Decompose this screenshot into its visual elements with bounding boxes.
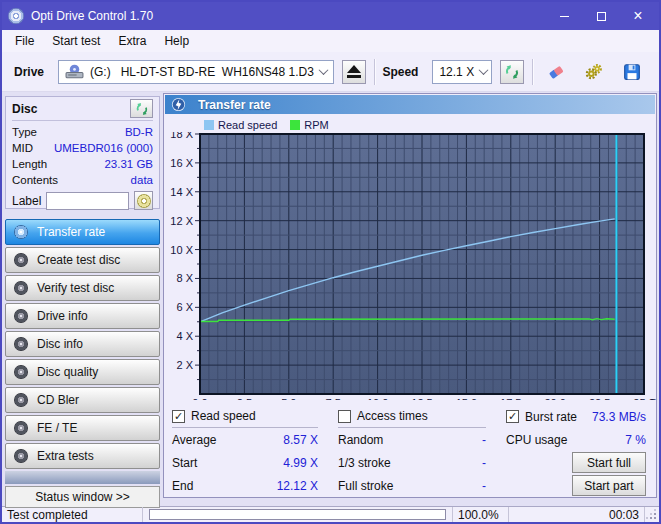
- disc-icon: [14, 225, 28, 239]
- panel-header: Transfer rate: [165, 95, 655, 114]
- app-disc-icon: [8, 8, 24, 24]
- gold-disc-icon: [137, 194, 151, 208]
- speed-value: 12.1 X: [439, 65, 474, 79]
- chevron-down-icon: [479, 65, 489, 75]
- start-row: Start4.99 X: [172, 451, 318, 474]
- app-window: Opti Drive Control 1.70 File Start test …: [0, 0, 661, 524]
- panel-title: Transfer rate: [198, 98, 271, 112]
- access-times-checkbox[interactable]: [338, 410, 351, 423]
- read-speed-toggle-cell: Read speed: [172, 405, 318, 428]
- disc-label-row: Label: [12, 191, 153, 210]
- elapsed-time: 00:03: [509, 507, 645, 522]
- sidebar-item-fe-te[interactable]: FE / TE: [5, 415, 160, 441]
- maximize-button[interactable]: [586, 5, 616, 27]
- transfer-rate-panel: Transfer rate Read speed RPM: [163, 93, 657, 498]
- save-button[interactable]: [617, 58, 647, 86]
- legend-rpm: RPM: [290, 119, 328, 131]
- sidebar-item-create-test-disc[interactable]: Create test disc: [5, 247, 160, 273]
- sidebar-item-disc-info[interactable]: Disc info: [5, 331, 160, 357]
- refresh-speed-button[interactable]: [500, 60, 524, 84]
- save-floppy-icon: [623, 61, 641, 83]
- minimize-icon: [560, 16, 569, 17]
- access-times-toggle-cell: Access times: [338, 405, 486, 428]
- svg-text:12 X: 12 X: [170, 214, 193, 226]
- full-stroke-row: Full stroke-: [338, 474, 486, 497]
- menu-bar: File Start test Extra Help: [2, 30, 659, 52]
- status-window-button[interactable]: Status window >>: [5, 486, 160, 508]
- erase-disc-button[interactable]: [541, 58, 571, 86]
- close-button[interactable]: [623, 5, 653, 27]
- sidebar: Transfer rate Create test disc Verify te…: [2, 219, 163, 508]
- drive-select[interactable]: (G:) HL-DT-ST BD-RE WH16NS48 1.D3: [58, 60, 334, 84]
- cpu-usage-row: CPU usage7 %: [506, 428, 646, 451]
- menu-help[interactable]: Help: [155, 32, 198, 50]
- refresh-arrows-icon: [135, 102, 149, 116]
- chart-legend: Read speed RPM: [164, 115, 656, 132]
- progress-percent: 100.0%: [453, 507, 509, 522]
- left-panel: Disc Type BD-R MI: [2, 92, 163, 506]
- drive-label: Drive: [14, 65, 44, 79]
- sidebar-item-disc-quality[interactable]: Disc quality: [5, 359, 160, 385]
- status-text: Test completed: [2, 507, 143, 522]
- svg-text:10 X: 10 X: [170, 243, 193, 255]
- svg-text:8 X: 8 X: [176, 272, 193, 284]
- disc-icon: [14, 281, 28, 295]
- disc-icon: [14, 421, 28, 435]
- speed-select[interactable]: 12.1 X: [432, 60, 492, 84]
- read-speed-swatch: [204, 120, 214, 130]
- maximize-icon: [597, 12, 606, 21]
- read-speed-checkbox[interactable]: [172, 410, 185, 423]
- disc-icon: [14, 449, 28, 463]
- svg-text:2 X: 2 X: [176, 359, 193, 371]
- menu-extra[interactable]: Extra: [109, 32, 155, 50]
- start-full-button[interactable]: Start full: [572, 452, 646, 473]
- disc-field-contents: Contents data: [12, 172, 153, 188]
- menu-start-test[interactable]: Start test: [43, 32, 109, 50]
- burst-rate-toggle-cell: Burst rate 73.3 MB/s: [506, 405, 646, 428]
- refresh-disc-button[interactable]: [130, 99, 153, 118]
- svg-text:14 X: 14 X: [170, 186, 193, 198]
- settings-button[interactable]: [579, 58, 609, 86]
- progress-section: [143, 507, 453, 522]
- eject-button[interactable]: [342, 60, 366, 84]
- speed-label: Speed: [382, 65, 418, 79]
- start-full-cell: Start full: [506, 451, 646, 474]
- average-row: Average8.57 X: [172, 428, 318, 451]
- svg-text:6 X: 6 X: [176, 301, 193, 313]
- disc-icon: [14, 393, 28, 407]
- svg-text:16 X: 16 X: [170, 157, 193, 169]
- main-area: Disc Type BD-R MI: [2, 92, 659, 506]
- sidebar-item-drive-info[interactable]: Drive info: [5, 303, 160, 329]
- chevron-down-icon: [318, 65, 328, 75]
- disc-icon: [14, 365, 28, 379]
- rpm-swatch: [290, 120, 300, 130]
- disc-info-panel: Disc Type BD-R MI: [5, 96, 160, 209]
- disc-field-mid: MID UMEBDR016 (000): [12, 140, 153, 156]
- disc-icon: [14, 337, 28, 351]
- resize-grip-icon[interactable]: [645, 507, 659, 522]
- transfer-rate-disc-icon: [171, 97, 186, 112]
- disc-panel-title: Disc: [12, 102, 37, 116]
- drive-icon: [65, 64, 84, 79]
- third-stroke-row: 1/3 stroke-: [338, 451, 486, 474]
- window-title: Opti Drive Control 1.70: [31, 9, 542, 23]
- toolbar-separator: [374, 59, 375, 85]
- minimize-button[interactable]: [549, 5, 579, 27]
- disc-icon: [14, 309, 28, 323]
- start-part-cell: Start part: [506, 474, 646, 497]
- progress-bar: [149, 509, 446, 520]
- sidebar-item-transfer-rate[interactable]: Transfer rate: [5, 219, 160, 245]
- refresh-arrows-icon: [504, 64, 520, 80]
- burst-rate-value: 73.3 MB/s: [592, 410, 646, 424]
- disc-label-input[interactable]: [46, 192, 129, 210]
- sidebar-item-verify-test-disc[interactable]: Verify test disc: [5, 275, 160, 301]
- write-label-button[interactable]: [134, 191, 153, 210]
- random-row: Random-: [338, 428, 486, 451]
- disc-field-length: Length 23.31 GB: [12, 156, 153, 172]
- end-row: End12.12 X: [172, 474, 318, 497]
- burst-rate-checkbox[interactable]: [506, 410, 519, 423]
- menu-file[interactable]: File: [6, 32, 43, 50]
- start-part-button[interactable]: Start part: [572, 475, 646, 496]
- sidebar-item-cd-bler[interactable]: CD Bler: [5, 387, 160, 413]
- sidebar-item-extra-tests[interactable]: Extra tests: [5, 443, 160, 469]
